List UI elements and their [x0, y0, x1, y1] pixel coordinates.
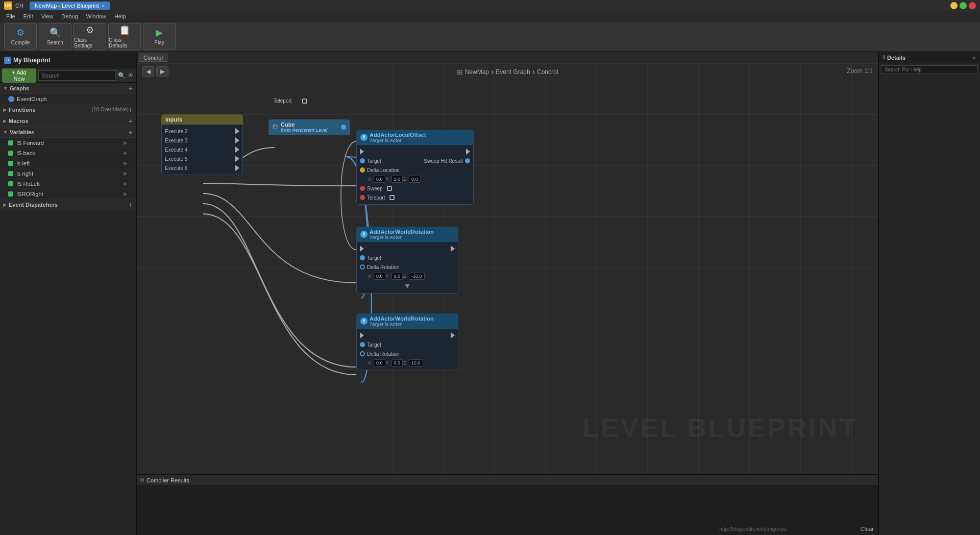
var-is-right-icon — [8, 171, 13, 176]
execute4-pin[interactable] — [235, 147, 239, 153]
menu-file[interactable]: File — [2, 11, 19, 21]
play-button[interactable]: ▶ Play — [143, 23, 176, 50]
offset-teleport-checkbox[interactable] — [389, 195, 395, 200]
var-is-right[interactable]: Is right ▶ — [0, 168, 136, 179]
rot2-exec-in[interactable] — [360, 332, 364, 338]
search-label: Search — [47, 40, 63, 45]
maximize-button[interactable] — [960, 2, 967, 9]
menu-view[interactable]: View — [37, 11, 58, 21]
add-actor-world-rotation-2-node[interactable]: f AddActorWorldRotation Target is Actor — [356, 313, 458, 370]
menu-window[interactable]: Window — [82, 11, 110, 21]
rot1-delta-pin[interactable] — [360, 264, 365, 270]
var-arrow-icon-2: ▶ — [124, 150, 128, 156]
add-actor-world-rotation-1-node[interactable]: f AddActorWorldRotation Target is Actor — [356, 227, 458, 294]
var-is-roleft-icon — [8, 181, 13, 186]
var-is-roleft[interactable]: IS RoLeft ▶ — [0, 179, 136, 189]
menu-debug[interactable]: Debug — [57, 11, 82, 21]
offset-sweep-pin[interactable] — [360, 186, 365, 191]
menu-edit[interactable]: Edit — [19, 11, 37, 21]
concrol-tab[interactable]: Concrol — [139, 54, 167, 62]
rot1-exec-in[interactable] — [360, 246, 364, 252]
forward-button[interactable]: ▶ — [156, 66, 168, 77]
rot1-exec-out[interactable] — [451, 246, 455, 252]
teleport-checkbox-top[interactable] — [302, 99, 307, 104]
cube-out-pin[interactable] — [341, 125, 346, 130]
class-defaults-button[interactable]: 📋 Class Defaults — [108, 23, 141, 50]
cube-node[interactable]: ☐ Cube from Persistent Level — [268, 119, 350, 135]
macros-add-icon[interactable]: + — [129, 117, 133, 125]
execute5-label: Execute 5 — [165, 156, 187, 162]
var-is-forward[interactable]: IS Forward ▶ — [0, 138, 136, 148]
offset-delta-pin[interactable] — [360, 167, 365, 173]
variables-add-icon[interactable]: + — [129, 128, 133, 136]
class-defaults-icon: 📋 — [119, 25, 130, 36]
offset-sweep-row: Sweep — [357, 184, 473, 193]
details-title: Details — [887, 55, 971, 61]
var-is-back[interactable]: IS back ▶ — [0, 148, 136, 158]
var-isroright[interactable]: ISRORight ▶ — [0, 189, 136, 199]
search-icon[interactable]: 🔍 — [118, 72, 126, 79]
rot2-delta-pin[interactable] — [360, 351, 365, 356]
execute2-pin[interactable] — [235, 128, 239, 134]
variables-section-header[interactable]: ▼ Variables + — [0, 127, 136, 138]
wire-connections — [137, 63, 878, 474]
window-controls — [950, 2, 976, 9]
execute2-row: Execute 2 — [162, 127, 242, 136]
macros-arrow-icon: ▶ — [3, 118, 7, 124]
macros-section-header[interactable]: ▶ Macros + — [0, 115, 136, 127]
offset-sweep-hit-pin[interactable] — [465, 158, 470, 163]
add-actor-local-offset-node[interactable]: f AddActorLocalOffset Target is Actor — [356, 130, 474, 205]
var-arrow-icon-5: ▶ — [124, 181, 128, 186]
compile-button[interactable]: ⚙ Compile — [4, 23, 37, 50]
eye-icon[interactable]: 👁 — [128, 72, 134, 79]
breadcrumb-node[interactable]: Concrol — [537, 68, 558, 76]
breadcrumb-graph[interactable]: Event Graph — [496, 68, 530, 76]
graphs-add-icon[interactable]: + — [129, 84, 133, 92]
search-button[interactable]: 🔍 Search — [39, 23, 71, 50]
close-button[interactable] — [969, 2, 976, 9]
event-dispatchers-section-header[interactable]: ▶ Event Dispatchers + — [0, 199, 136, 210]
functions-add-icon[interactable]: + — [129, 106, 133, 114]
rot1-target-pin[interactable] — [360, 255, 365, 260]
event-graph-item[interactable]: EventGraph — [0, 94, 136, 104]
var-is-left[interactable]: Is left ▶ — [0, 158, 136, 168]
back-button[interactable]: ◀ — [142, 66, 154, 77]
execute6-pin[interactable] — [235, 165, 239, 171]
offset-exec-out[interactable] — [466, 149, 470, 155]
inputs-node[interactable]: Inputs Execute 2 Execute 3 Execute 4 — [161, 114, 243, 175]
tab-close-icon[interactable]: × — [102, 3, 105, 9]
main-tab[interactable]: NewMap - Level Blueprint × — [30, 2, 110, 10]
blueprint-canvas[interactable]: ◀ ▶ ⊞ NewMap › Event Graph › Concrol Zoo… — [137, 63, 878, 474]
offset-teleport-pin[interactable] — [360, 195, 365, 200]
ed-add-icon[interactable]: + — [129, 201, 133, 209]
offset-z-val: 0.0 — [409, 176, 421, 183]
menu-help[interactable]: Help — [110, 11, 130, 21]
details-header: ℹ Details × — [879, 52, 980, 63]
offset-sweep-checkbox[interactable] — [387, 186, 392, 191]
breadcrumb-map[interactable]: NewMap — [465, 68, 489, 76]
search-for-help-input[interactable] — [881, 65, 978, 74]
bp-icon: B — [4, 57, 11, 64]
class-settings-label: Class Settings — [74, 37, 106, 48]
rot1-y-val: 0.0 — [391, 273, 403, 280]
minimize-button[interactable] — [950, 2, 958, 9]
rot1-expand-icon[interactable]: ▼ — [404, 282, 411, 290]
class-settings-button[interactable]: ⚙ Class Settings — [74, 23, 106, 50]
canvas-zoom: Zoom 1:1 — [847, 67, 873, 75]
offset-target-row: Target Sweep Hit Result — [357, 156, 473, 165]
offset-target-pin[interactable] — [360, 158, 365, 163]
add-new-button[interactable]: + Add New — [2, 68, 36, 83]
graphs-section-header[interactable]: ▼ Graphs + — [0, 83, 136, 94]
offset-exec-in[interactable] — [360, 149, 364, 155]
rot2-x-val: 0.0 — [374, 359, 385, 367]
details-close-icon[interactable]: × — [973, 55, 976, 61]
offset-teleport-label: Teleport — [367, 195, 385, 201]
execute5-pin[interactable] — [235, 156, 239, 162]
functions-section-header[interactable]: ▶ Functions (18 Overridable) + — [0, 104, 136, 115]
offset-xyz-fields: X0.0 Y2.0 Z0.0 — [368, 176, 421, 183]
clear-button[interactable]: Clear — [861, 526, 874, 532]
left-search-input[interactable] — [38, 70, 116, 81]
rot2-target-pin[interactable] — [360, 342, 365, 347]
rot2-exec-out[interactable] — [451, 332, 455, 338]
execute3-pin[interactable] — [235, 137, 239, 143]
